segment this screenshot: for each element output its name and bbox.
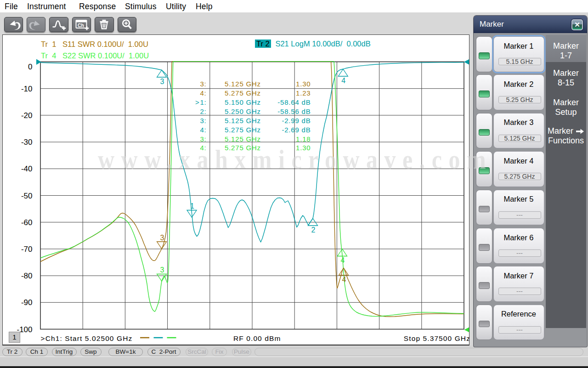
- svg-text:-20: -20: [21, 111, 33, 120]
- svg-text:-80: -80: [21, 272, 33, 280]
- svg-text:-58.56 dB: -58.56 dB: [277, 108, 311, 115]
- svg-text:1: 1: [190, 202, 194, 210]
- svg-text:-40: -40: [21, 164, 33, 173]
- svg-text:-90: -90: [21, 298, 33, 307]
- svg-text:1.18: 1.18: [296, 135, 311, 143]
- svg-text:4:: 4:: [200, 126, 206, 134]
- svg-text:-60: -60: [21, 218, 33, 227]
- svg-text:3:: 3:: [200, 117, 206, 125]
- svg-text:3:: 3:: [200, 135, 206, 143]
- svg-text:4: 4: [341, 77, 345, 85]
- svg-text:3: 3: [160, 78, 164, 85]
- svg-text:-10: -10: [21, 85, 33, 93]
- svg-text:-50: -50: [21, 192, 33, 200]
- svg-text:1.23: 1.23: [296, 89, 311, 97]
- svg-text:0: 0: [28, 62, 32, 71]
- svg-text:1.30: 1.30: [296, 80, 311, 88]
- svg-text:-2.69 dB: -2.69 dB: [282, 126, 311, 134]
- svg-text:4:: 4:: [200, 89, 206, 97]
- svg-text:-30: -30: [21, 138, 33, 147]
- svg-text:5.125 GHz: 5.125 GHz: [225, 80, 261, 88]
- svg-text:-58.64 dB: -58.64 dB: [277, 98, 311, 106]
- svg-text:-70: -70: [21, 245, 33, 254]
- svg-text:4: 4: [342, 276, 346, 283]
- svg-text:RF 0.00 dBm: RF 0.00 dBm: [233, 334, 281, 342]
- svg-text:5.275 GHz: 5.275 GHz: [225, 89, 261, 97]
- svg-text:-2.99 dB: -2.99 dB: [282, 117, 311, 125]
- svg-text:5.125 GHz: 5.125 GHz: [225, 135, 261, 143]
- svg-text:5.250 GHz: 5.250 GHz: [225, 108, 261, 115]
- svg-text:1:: 1:: [200, 98, 206, 106]
- svg-text:2:: 2:: [200, 108, 206, 115]
- svg-text:5.125 GHz: 5.125 GHz: [225, 117, 261, 125]
- svg-text:3: 3: [160, 266, 164, 274]
- svg-text:2: 2: [311, 226, 316, 234]
- svg-text:>Ch1: Start 5.02500 GHz: >Ch1: Start 5.02500 GHz: [41, 334, 133, 342]
- svg-text:Stop 5.37500 GHz: Stop 5.37500 GHz: [404, 334, 469, 342]
- svg-text:3:: 3:: [200, 80, 206, 88]
- svg-text:4: 4: [341, 256, 345, 264]
- svg-text:3: 3: [160, 234, 164, 242]
- svg-text:>: >: [195, 98, 200, 106]
- svg-text:5.275 GHz: 5.275 GHz: [225, 126, 261, 134]
- svg-text:5.150 GHz: 5.150 GHz: [225, 98, 261, 106]
- svg-text:Ch: Ch: [78, 22, 84, 28]
